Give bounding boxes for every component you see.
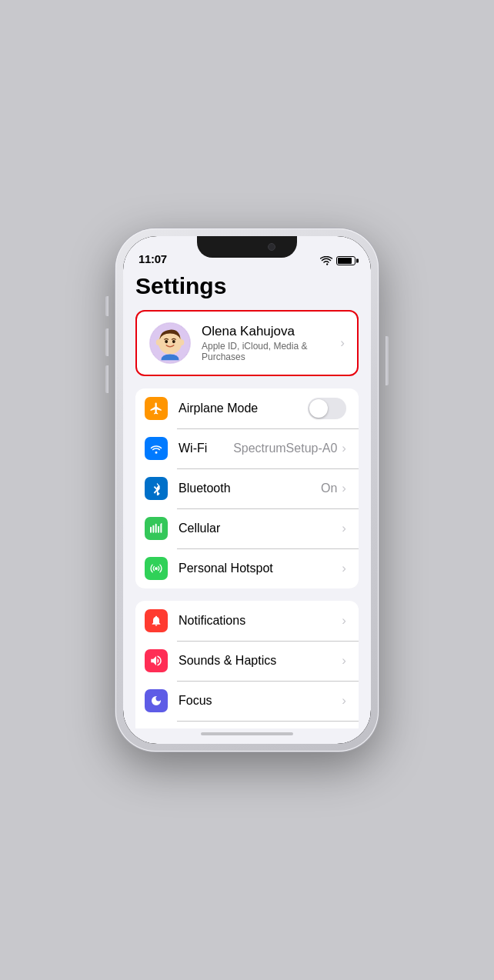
- sounds-icon: [145, 649, 168, 672]
- avatar-image: [150, 322, 190, 364]
- focus-chevron: ›: [342, 693, 346, 708]
- svg-point-5: [180, 339, 185, 345]
- notifications-chevron: ›: [342, 613, 346, 628]
- bluetooth-label: Bluetooth: [179, 482, 321, 495]
- airplane-svg: [149, 402, 163, 415]
- connectivity-section: Airplane Mode Wi-Fi Spectrum: [135, 388, 359, 588]
- sounds-chevron: ›: [342, 653, 346, 668]
- home-bar: [201, 732, 293, 735]
- sounds-row[interactable]: Sounds & Haptics ›: [135, 641, 359, 681]
- avatar: [149, 322, 191, 364]
- airplane-mode-icon: [145, 397, 168, 420]
- speaker-svg: [149, 654, 163, 668]
- bluetooth-value: On: [321, 482, 337, 495]
- hotspot-svg: [149, 562, 163, 575]
- hotspot-icon: [145, 557, 168, 580]
- focus-label: Focus: [179, 694, 342, 708]
- bluetooth-icon: [145, 477, 168, 500]
- cellular-svg: [150, 522, 162, 535]
- svg-point-2: [165, 340, 168, 343]
- svg-point-4: [156, 339, 161, 345]
- volume-down-button[interactable]: [105, 365, 108, 393]
- bluetooth-row[interactable]: Bluetooth On ›: [135, 468, 359, 508]
- airplane-mode-toggle[interactable]: [308, 398, 346, 419]
- volume-up-button[interactable]: [105, 328, 108, 356]
- wifi-icon: [145, 437, 168, 460]
- cellular-icon: [145, 517, 168, 540]
- profile-info: Olena Kahujova Apple ID, iCloud, Media &…: [202, 324, 340, 362]
- status-icons: [320, 256, 355, 265]
- status-time: 11:07: [139, 252, 167, 265]
- notifications-row[interactable]: Notifications ›: [135, 601, 359, 641]
- bluetooth-chevron: ›: [342, 481, 346, 496]
- cellular-chevron: ›: [342, 521, 346, 536]
- airplane-mode-row[interactable]: Airplane Mode: [135, 388, 359, 428]
- phone-inner: 11:07 Settings: [123, 236, 371, 744]
- bluetooth-svg: [151, 482, 162, 495]
- svg-point-3: [172, 340, 175, 343]
- screen-time-row[interactable]: Screen Time ›: [135, 721, 359, 728]
- wifi-chevron: ›: [342, 441, 346, 456]
- notifications-icon: [145, 609, 168, 632]
- hotspot-row[interactable]: Personal Hotspot ›: [135, 548, 359, 588]
- cellular-label: Cellular: [179, 522, 342, 535]
- screen: 11:07 Settings: [123, 236, 371, 744]
- focus-row[interactable]: Focus ›: [135, 681, 359, 721]
- profile-card[interactable]: Olena Kahujova Apple ID, iCloud, Media &…: [135, 310, 359, 376]
- airplane-mode-label: Airplane Mode: [179, 402, 308, 415]
- phone-frame: 11:07 Settings: [115, 228, 379, 752]
- page-title: Settings: [135, 270, 359, 299]
- wifi-label: Wi-Fi: [179, 442, 233, 455]
- wifi-svg: [149, 443, 163, 454]
- notch: [197, 236, 297, 258]
- battery-fill: [338, 258, 352, 264]
- wifi-status-icon: [320, 256, 332, 265]
- notifications-label: Notifications: [179, 614, 342, 628]
- sounds-label: Sounds & Haptics: [179, 654, 342, 668]
- power-button[interactable]: [386, 336, 389, 385]
- hotspot-label: Personal Hotspot: [179, 562, 342, 575]
- profile-chevron: ›: [340, 335, 345, 351]
- settings-content[interactable]: Settings: [123, 270, 371, 728]
- toggle-knob: [309, 399, 328, 418]
- notifications-section: Notifications › Sounds & Haptics ›: [135, 601, 359, 728]
- home-indicator: [123, 728, 371, 744]
- bell-svg: [150, 614, 162, 628]
- cellular-row[interactable]: Cellular ›: [135, 508, 359, 548]
- battery-status-icon: [336, 256, 355, 265]
- moon-svg: [150, 695, 162, 707]
- camera: [268, 243, 275, 251]
- profile-subtitle: Apple ID, iCloud, Media & Purchases: [202, 341, 340, 362]
- wifi-row[interactable]: Wi-Fi SpectrumSetup-A0 ›: [135, 428, 359, 468]
- hotspot-chevron: ›: [342, 561, 346, 576]
- wifi-value: SpectrumSetup-A0: [233, 442, 337, 455]
- svg-point-6: [155, 567, 158, 570]
- silent-switch[interactable]: [105, 296, 108, 316]
- profile-name: Olena Kahujova: [202, 324, 340, 339]
- focus-icon: [145, 689, 168, 712]
